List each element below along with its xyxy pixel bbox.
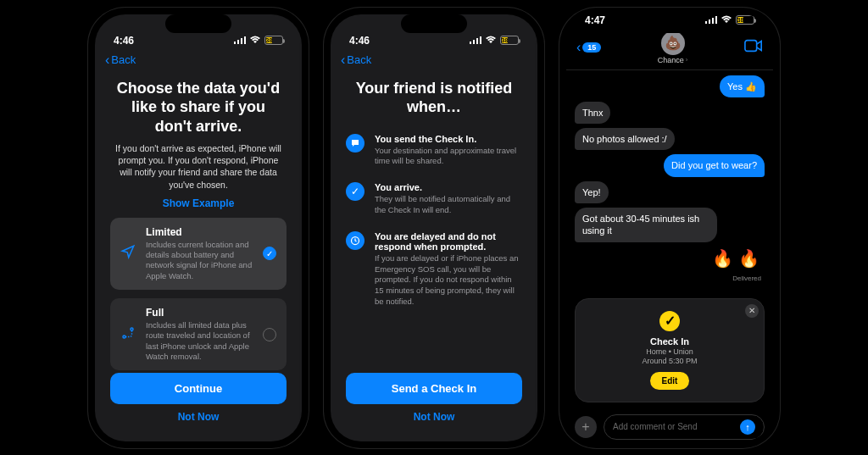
option-title: Full: [146, 307, 254, 319]
contact-header[interactable]: 💩 Chance ›: [658, 31, 688, 64]
signal-icon: [234, 35, 246, 47]
chat-bubble-icon: [346, 134, 364, 153]
avatar: 💩: [661, 31, 685, 55]
option-desc: Includes all limited data plus route tra…: [146, 320, 254, 362]
back-button[interactable]: ‹ Back: [331, 48, 537, 70]
back-unread-button[interactable]: ‹ 15: [576, 41, 601, 54]
checkin-route: Home • Union: [587, 347, 752, 356]
back-button[interactable]: ‹ Back: [95, 48, 302, 70]
wifi-icon: [249, 35, 261, 47]
info-item-delayed: You are delayed and do not respond when …: [346, 231, 522, 308]
page-subtitle: If you don't arrive as expected, iPhone …: [114, 142, 283, 191]
send-button[interactable]: ↑: [740, 419, 755, 435]
svg-rect-15: [745, 41, 757, 52]
battery-icon: 38: [500, 36, 519, 45]
radio-unchecked-icon: [263, 328, 276, 341]
route-icon: [120, 325, 137, 344]
message-sent[interactable]: Did you get to wear?: [664, 154, 765, 176]
message-received[interactable]: Yep!: [575, 181, 609, 203]
signal-icon: [470, 35, 481, 47]
info-title: You send the Check In.: [375, 134, 522, 144]
svg-rect-6: [470, 42, 471, 44]
battery-icon: 38: [736, 15, 754, 25]
svg-rect-12: [709, 19, 710, 24]
show-example-link[interactable]: Show Example: [110, 197, 287, 209]
dynamic-island: [165, 14, 231, 33]
info-desc: They will be notified automatically and …: [375, 194, 522, 216]
info-item-send: You send the Check In. Your destination …: [346, 134, 522, 168]
close-icon[interactable]: ✕: [745, 304, 759, 318]
chevron-left-icon: ‹: [105, 53, 109, 67]
message-list[interactable]: Yes 👍 Thnx No photos allowed :/ Did you …: [566, 70, 773, 291]
svg-rect-13: [712, 18, 714, 24]
dynamic-island: [401, 14, 467, 33]
compose-bar: + Add comment or Send ↑: [566, 409, 773, 441]
option-full[interactable]: Full Includes all limited data plus rout…: [110, 298, 287, 370]
chevron-right-icon: ›: [686, 56, 688, 64]
continue-button[interactable]: Continue: [110, 373, 287, 404]
radio-checked-icon: ✓: [263, 247, 276, 260]
svg-rect-8: [476, 38, 478, 44]
not-now-link[interactable]: Not Now: [346, 411, 522, 423]
delivered-label: Delivered: [732, 275, 761, 282]
svg-rect-11: [705, 21, 707, 24]
back-label: Back: [111, 53, 136, 66]
page-title: Your friend is notified when…: [351, 79, 517, 117]
info-title: You arrive.: [375, 182, 522, 192]
chat-header: ‹ 15 💩 Chance ›: [566, 28, 773, 70]
phone-right: 4:47 38 ‹ 15 💩 Chance ›: [559, 8, 780, 448]
signal-icon: [705, 14, 717, 26]
info-desc: Your destination and approximate travel …: [375, 146, 522, 168]
phone-middle: 4:46 38 ‹ Back Your friend is notified w…: [324, 8, 544, 448]
back-label: Back: [347, 53, 371, 66]
contact-name-label: Chance: [658, 56, 684, 64]
status-time: 4:46: [114, 35, 134, 47]
svg-rect-0: [234, 42, 236, 44]
info-title: You are delayed and do not respond when …: [375, 231, 522, 252]
facetime-button[interactable]: [744, 39, 763, 56]
message-sent[interactable]: Yes 👍: [720, 75, 765, 97]
phone-left: 4:46 38 ‹ Back Choose the data you'd lik…: [88, 8, 309, 448]
svg-rect-7: [473, 40, 475, 44]
dynamic-island: [637, 14, 703, 33]
message-received[interactable]: No photos allowed :/: [575, 128, 675, 150]
checkin-title: Check In: [587, 336, 752, 347]
clock-icon: [346, 231, 364, 250]
wifi-icon: [485, 35, 497, 47]
chevron-left-icon: ‹: [341, 53, 345, 67]
message-received[interactable]: Got about 30-45 minutes ish using it: [575, 208, 717, 242]
svg-rect-2: [241, 38, 242, 44]
svg-rect-14: [715, 16, 717, 24]
checkin-card[interactable]: ✕ ✓ Check In Home • Union Around 5:30 PM…: [575, 298, 765, 402]
checkmark-badge-icon: ✓: [659, 311, 680, 331]
option-title: Limited: [146, 226, 254, 238]
status-time: 4:46: [349, 35, 370, 47]
checkin-time: Around 5:30 PM: [587, 357, 752, 365]
unread-badge: 15: [582, 42, 601, 53]
chevron-left-icon: ‹: [576, 41, 581, 54]
reaction-fire[interactable]: 🔥 🔥: [712, 248, 760, 269]
info-item-arrive: ✓ You arrive. They will be notified auto…: [346, 182, 522, 216]
compose-placeholder: Add comment or Send: [613, 422, 698, 431]
checkmark-icon: ✓: [346, 182, 364, 201]
compose-input[interactable]: Add comment or Send ↑: [604, 414, 765, 440]
add-attachment-button[interactable]: +: [575, 416, 597, 438]
option-desc: Includes current location and details ab…: [146, 240, 254, 281]
svg-point-4: [123, 336, 125, 338]
battery-icon: 38: [264, 36, 283, 45]
svg-rect-9: [480, 36, 481, 44]
info-desc: If you are delayed or if iPhone places a…: [375, 253, 522, 308]
svg-rect-1: [237, 40, 239, 44]
send-checkin-button[interactable]: Send a Check In: [346, 373, 522, 404]
option-limited[interactable]: Limited Includes current location and de…: [110, 218, 287, 290]
page-title: Choose the data you'd like to share if y…: [115, 79, 281, 136]
svg-rect-3: [244, 36, 246, 44]
location-arrow-icon: [120, 244, 137, 263]
message-received[interactable]: Thnx: [575, 102, 610, 124]
status-time: 4:47: [585, 14, 605, 26]
edit-button[interactable]: Edit: [650, 372, 690, 390]
wifi-icon: [721, 14, 732, 26]
not-now-link[interactable]: Not Now: [110, 411, 287, 423]
svg-point-5: [131, 328, 133, 330]
